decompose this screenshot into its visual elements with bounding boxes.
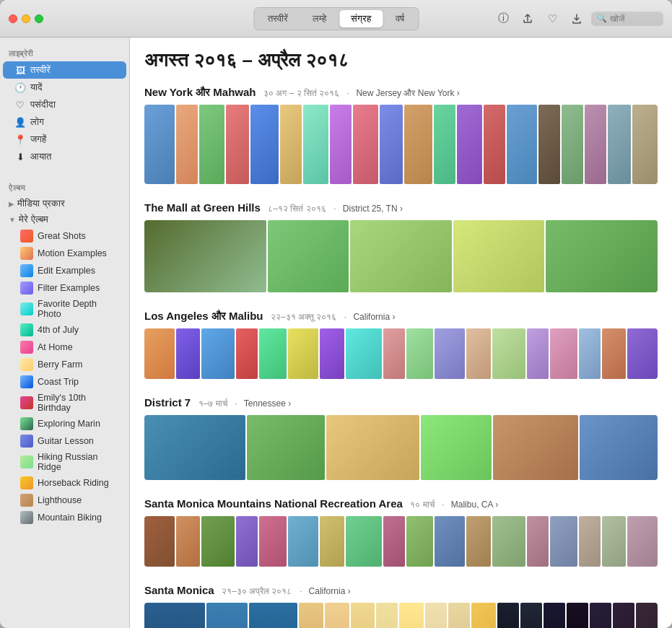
section-location[interactable]: Tennessee › [244,398,291,409]
section-date: ३० अग – २ सितं २०१६ [263,88,339,98]
sidebar-item-label: पसंदीदा [30,99,56,110]
app-window: तस्वीरें लम्हे संग्रह वर्ष ⓘ ♡ 🔍 [0,0,672,628]
tab-moments[interactable]: लम्हे [301,10,338,27]
section-santa-monica: Santa Monica २१–३० अप्रैल २०१८ · Califor… [144,584,658,628]
album-item-motion-examples[interactable]: Motion Examples [3,245,126,262]
section-santa-monica-mountains: Santa Monica Mountains National Recreati… [144,497,658,567]
sidebar-item-favorites[interactable]: ♡ पसंदीदा [3,96,126,113]
album-thumb [20,494,33,507]
minimize-button[interactable] [22,14,30,23]
tab-photos[interactable]: तस्वीरें [256,10,300,27]
album-thumb [20,375,33,388]
chevron-icon: ▶ [9,200,14,208]
album-item-4th-of-july[interactable]: 4th of July [3,321,126,339]
section-location[interactable]: District 25, TN › [343,204,403,214]
export-button[interactable] [567,9,587,29]
album-label: Guitar Lesson [38,436,94,446]
album-label: Mountain Biking [38,513,102,523]
photo-strip [144,220,658,292]
media-types-group[interactable]: ▶ मीडिया प्रकार [3,196,126,211]
section-header: The Mall at Green Hills ८–१२ सितं २०१६ ·… [144,201,658,214]
album-label: At Home [38,342,73,352]
section-location[interactable]: California › [309,586,351,596]
section-los-angeles: Los Angeles और Malibu २२–३१ अक्तू २०१६ ·… [144,310,658,379]
album-thumb [20,417,33,430]
album-label: Favorite Depth Photo [38,299,118,319]
sidebar-item-imports[interactable]: ⬇ आयात [3,148,126,165]
album-label: Hiking Russian Ridge [38,452,118,472]
section-separator: · [300,586,305,596]
view-tabs: तस्वीरें लम्हे संग्रह वर्ष [253,7,419,30]
album-item-edit-examples[interactable]: Edit Examples [3,262,126,279]
photo-strip [144,516,658,567]
album-thumb [20,511,33,524]
search-box[interactable]: 🔍 [591,12,663,26]
album-item-horseback-riding[interactable]: Horseback Riding [3,474,126,492]
share-button[interactable] [518,9,538,29]
section-mall-green-hills: The Mall at Green Hills ८–१२ सितं २०१६ ·… [144,201,658,292]
close-button[interactable] [9,14,17,23]
albums-section-label: ऐल्बम [0,178,129,196]
main-area: लाइब्रेरी 🖼 तस्वीरें 🕐 यादें ♡ पसंदीदा 👤… [0,38,672,628]
section-title: Santa Monica Mountains National Recreati… [144,497,403,510]
search-input[interactable] [610,14,660,24]
section-location[interactable]: New Jersey और New York › [356,88,459,98]
album-thumb [20,358,33,371]
places-icon: 📍 [14,134,26,145]
album-label: Motion Examples [38,248,107,258]
section-location[interactable]: Malibu, CA › [451,500,498,510]
album-item-coast-trip[interactable]: Coast Trip [3,373,126,391]
album-item-filter-examples[interactable]: Filter Examples [3,279,126,297]
album-item-favorite-depth-photo[interactable]: Favorite Depth Photo [3,297,126,321]
media-types-label: मीडिया प्रकार [17,198,65,209]
album-item-lighthouse[interactable]: Lighthouse [3,492,126,509]
album-item-great-shots[interactable]: Great Shots [3,227,126,245]
sidebar-item-label: जगहें [30,134,46,145]
sidebar-item-places[interactable]: 📍 जगहें [3,131,126,148]
titlebar: तस्वीरें लम्हे संग्रह वर्ष ⓘ ♡ 🔍 [0,0,672,38]
album-thumb [20,341,33,354]
album-item-exploring-marin[interactable]: Exploring Marin [3,415,126,432]
favorite-button[interactable]: ♡ [542,9,562,29]
my-albums-label: मेरे ऐल्बम [19,214,48,225]
section-header: Santa Monica Mountains National Recreati… [144,497,658,510]
chevron-icon: ▼ [9,216,16,224]
sidebar-item-memories[interactable]: 🕐 यादें [3,79,126,96]
album-item-guitar-lesson[interactable]: Guitar Lesson [3,432,126,450]
tab-years[interactable]: वर्ष [384,10,416,27]
sidebar-item-photos[interactable]: 🖼 तस्वीरें [3,61,126,79]
section-title: District 7 [144,396,191,409]
maximize-button[interactable] [35,14,43,23]
album-thumb [20,282,33,295]
album-item-at-home[interactable]: At Home [3,339,126,356]
section-date: २२–३१ अक्तू २०१६ [271,312,336,322]
tab-collections[interactable]: संग्रह [339,10,383,27]
album-label: 4th of July [38,325,79,335]
section-header: Los Angeles और Malibu २२–३१ अक्तू २०१६ ·… [144,310,658,323]
section-date: १–७ मार्च [198,398,227,409]
section-title: Santa Monica [144,584,214,596]
section-separator: · [235,398,240,409]
library-section-label: लाइब्रेरी [0,43,129,61]
album-item-hiking-russian-ridge[interactable]: Hiking Russian Ridge [3,450,126,474]
section-district-7: District 7 १–७ मार्च · Tennessee › [144,396,658,480]
section-separator: · [347,88,352,98]
album-item-mountain-biking[interactable]: Mountain Biking [3,509,126,526]
album-thumb [20,476,33,489]
search-icon: 🔍 [597,14,607,23]
album-label: Horseback Riding [38,478,109,488]
album-label: Exploring Marin [38,419,100,429]
album-thumb [20,323,33,336]
section-location[interactable]: California › [353,312,395,322]
sidebar-item-label: आयात [30,151,51,162]
album-item-emilys-birthday[interactable]: Emily's 10th Birthday [3,391,126,415]
section-title: New York और Mahwah [144,86,256,98]
section-header: District 7 १–७ मार्च · Tennessee › [144,396,658,409]
my-albums-group[interactable]: ▼ मेरे ऐल्बम [3,211,126,227]
sidebar-item-label: लोग [30,116,44,128]
sidebar-item-label: तस्वीरें [30,64,51,76]
info-button[interactable]: ⓘ [493,9,513,29]
album-item-berry-farm[interactable]: Berry Farm [3,356,126,373]
photo-strip [144,328,658,379]
sidebar-item-people[interactable]: 👤 लोग [3,113,126,131]
